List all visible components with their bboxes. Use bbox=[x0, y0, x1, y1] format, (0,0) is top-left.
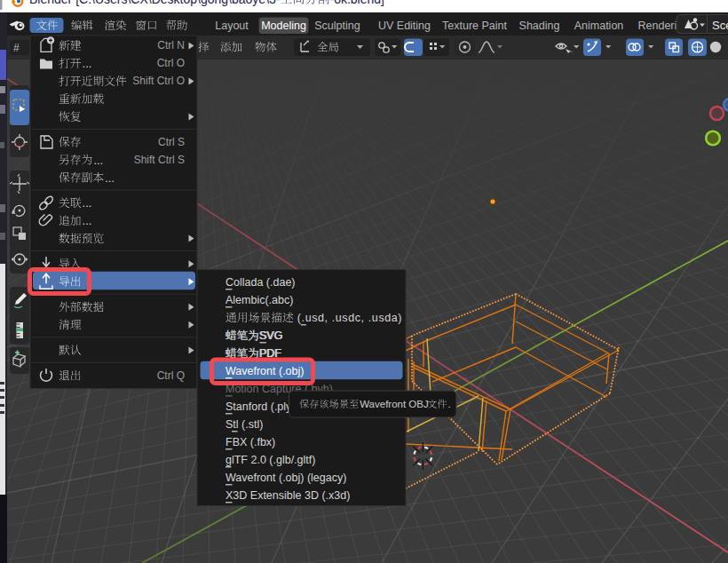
svg-text:Blender [C:\Users\CX\Desktop: Blender [C:\Users\CX\Desktop\gong\baoye\… bbox=[29, 0, 281, 6]
svg-text:Ctrl N: Ctrl N bbox=[157, 39, 185, 52]
svg-text:Wavefront (.obj): Wavefront (.obj) bbox=[226, 365, 304, 377]
svg-text:FBX (.fbx): FBX (.fbx) bbox=[226, 436, 275, 448]
svg-text:Ctrl O: Ctrl O bbox=[157, 57, 185, 69]
svg-text:Shading: Shading bbox=[519, 20, 560, 32]
svg-text:#: # bbox=[13, 42, 20, 54]
svg-text:Collada (.dae): Collada (.dae) bbox=[226, 276, 296, 289]
svg-text:...: ... bbox=[83, 196, 92, 210]
svg-text:Sce: Sce bbox=[712, 19, 728, 32]
svg-text:Layout: Layout bbox=[215, 20, 249, 32]
svg-text:Texture Paint: Texture Paint bbox=[442, 20, 507, 32]
svg-text:...: ... bbox=[83, 214, 92, 227]
svg-text:Stanford (.ply): Stanford (.ply) bbox=[226, 400, 296, 413]
svg-text:Sculpting: Sculpting bbox=[314, 20, 360, 32]
svg-text:UV Editing: UV Editing bbox=[378, 20, 431, 32]
svg-text:Renderi: Renderi bbox=[638, 20, 677, 32]
svg-text:Stl (.stl): Stl (.stl) bbox=[226, 418, 263, 431]
svg-text:glTF 2.0 (.glb/.gltf): glTF 2.0 (.glb/.gltf) bbox=[226, 454, 315, 466]
svg-text:Modeling: Modeling bbox=[261, 20, 306, 32]
svg-text:...: ... bbox=[105, 171, 115, 185]
svg-text:Shift Ctrl O: Shift Ctrl O bbox=[132, 75, 185, 87]
svg-text:Alembic(.abc): Alembic(.abc) bbox=[226, 294, 293, 306]
svg-text:Ctrl Q: Ctrl Q bbox=[157, 369, 185, 382]
svg-text:Wavefront (.obj) (legacy): Wavefront (.obj) (legacy) bbox=[226, 472, 346, 484]
svg-text:...: ... bbox=[93, 154, 103, 167]
svg-text:...: ... bbox=[83, 57, 92, 70]
svg-text:Wavefront OBJ: Wavefront OBJ bbox=[360, 399, 429, 409]
svg-text:Animation: Animation bbox=[574, 20, 624, 32]
svg-text:.: . bbox=[448, 399, 451, 409]
svg-text:Ctrl S: Ctrl S bbox=[158, 136, 185, 148]
svg-text:(.usd, .usdc, .usda): (.usd, .usdc, .usda) bbox=[297, 312, 402, 324]
svg-text:-ok.blend]: -ok.blend] bbox=[330, 0, 384, 6]
svg-text:X3D Extensible 3D (.x3d): X3D Extensible 3D (.x3d) bbox=[226, 489, 350, 502]
svg-text:Shift Ctrl S: Shift Ctrl S bbox=[134, 154, 185, 166]
svg-text:SVG: SVG bbox=[259, 329, 282, 342]
